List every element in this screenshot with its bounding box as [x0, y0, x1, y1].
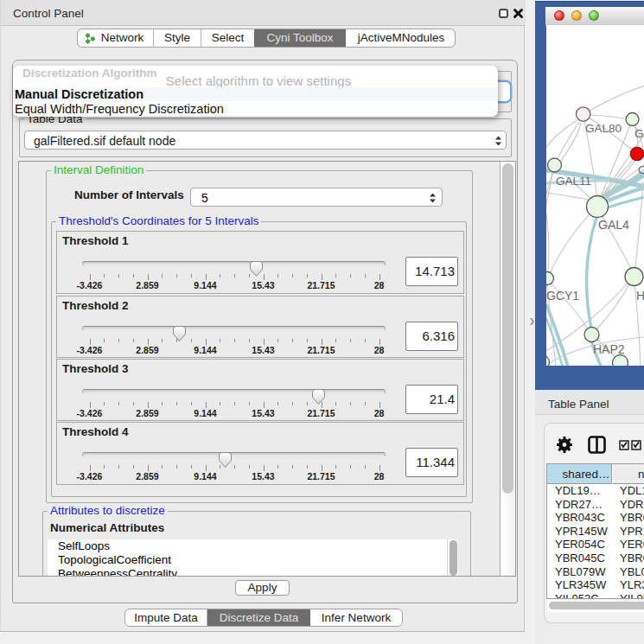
svg-text:CD: CD [638, 163, 644, 176]
svg-text:GA: GA [634, 127, 644, 140]
svg-text:GCY1: GCY1 [546, 289, 579, 303]
svg-text:GAL80: GAL80 [585, 122, 622, 135]
svg-text:H: H [636, 289, 644, 303]
svg-text:GAL4: GAL4 [598, 218, 629, 232]
svg-text:GAL11: GAL11 [556, 175, 591, 188]
svg-text:HAP2: HAP2 [593, 342, 625, 356]
